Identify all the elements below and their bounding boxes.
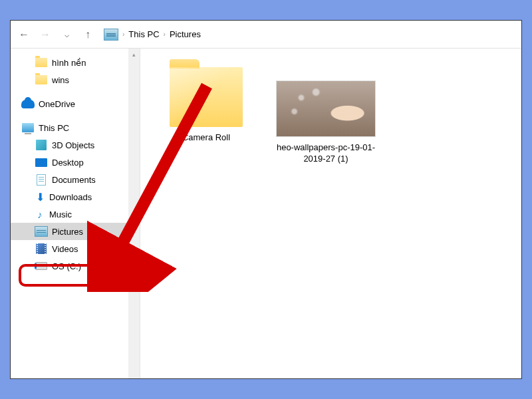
- sidebar-item-music[interactable]: ♪ Music: [11, 205, 140, 223]
- sidebar-item-videos[interactable]: Videos: [11, 240, 140, 257]
- image-item[interactable]: heo-wallpapers-pc-19-01-2019-27 (1): [276, 62, 376, 165]
- breadcrumb[interactable]: › This PC › Pictures: [101, 29, 201, 41]
- sidebar-item-label: Music: [49, 209, 72, 219]
- sidebar-item-3d-objects[interactable]: 3D Objects: [11, 136, 140, 154]
- sidebar-item-documents[interactable]: Documents: [11, 171, 140, 188]
- sidebar-item-folder[interactable]: wins: [11, 71, 140, 88]
- sidebar-item-label: hình nền: [52, 58, 86, 68]
- sidebar-scrollbar[interactable]: ▴: [128, 49, 140, 378]
- pc-icon: [21, 121, 35, 134]
- 3d-objects-icon: [35, 138, 48, 152]
- sidebar-item-downloads[interactable]: ⬇ Downloads: [11, 188, 140, 205]
- breadcrumb-item[interactable]: Pictures: [170, 29, 201, 39]
- sidebar-item-label: OneDrive: [39, 99, 75, 109]
- documents-icon: [35, 173, 48, 186]
- pictures-icon: [104, 29, 118, 41]
- sidebar-item-label: OS (C:): [52, 261, 81, 271]
- sidebar-item-label: 3D Objects: [52, 140, 94, 150]
- folder-icon: [35, 56, 48, 69]
- chevron-right-icon: ›: [122, 31, 124, 38]
- sidebar-item-desktop[interactable]: Desktop: [11, 154, 140, 171]
- content-pane[interactable]: Camera Roll heo-wallpapers-pc-19-01-2019…: [140, 49, 521, 378]
- image-thumbnail: [276, 80, 376, 137]
- file-explorer-window: ← → ⌵ ↑ › This PC › Pictures hình nền wi…: [10, 20, 522, 379]
- music-icon: ♪: [35, 209, 45, 219]
- recent-dropdown[interactable]: ⌵: [59, 27, 74, 43]
- folder-icon: [170, 67, 243, 127]
- breadcrumb-item[interactable]: This PC: [128, 29, 159, 39]
- sidebar-item-label: wins: [52, 75, 69, 85]
- file-label: heo-wallpapers-pc-19-01-2019-27 (1): [276, 142, 376, 165]
- navigation-pane: hình nền wins OneDrive This PC 3D Object…: [11, 49, 140, 378]
- chevron-right-icon: ›: [164, 31, 166, 38]
- sidebar-item-label: Pictures: [52, 227, 83, 237]
- scroll-up-icon[interactable]: ▴: [128, 49, 140, 60]
- sidebar-item-pictures[interactable]: Pictures: [11, 223, 140, 240]
- up-button[interactable]: ↑: [80, 27, 96, 43]
- desktop-icon: [35, 156, 48, 169]
- folder-icon: [35, 73, 48, 86]
- back-button[interactable]: ←: [16, 27, 32, 43]
- file-label: Camera Roll: [182, 132, 230, 144]
- sidebar-item-onedrive[interactable]: OneDrive: [11, 95, 140, 112]
- sidebar-item-label: Downloads: [49, 192, 92, 202]
- sidebar-item-thispc[interactable]: This PC: [11, 119, 140, 136]
- sidebar-item-label: Videos: [52, 244, 78, 254]
- sidebar-item-drive-c[interactable]: OS (C:): [11, 257, 140, 275]
- folder-item[interactable]: Camera Roll: [156, 62, 256, 144]
- videos-icon: [35, 242, 48, 255]
- sidebar-item-label: Documents: [52, 175, 96, 185]
- drive-icon: [35, 259, 48, 273]
- pictures-icon: [35, 225, 48, 238]
- onedrive-icon: [21, 97, 35, 110]
- forward-button[interactable]: →: [37, 27, 53, 43]
- sidebar-item-label: This PC: [39, 123, 69, 133]
- sidebar-item-label: Desktop: [52, 158, 84, 168]
- address-bar: ← → ⌵ ↑ › This PC › Pictures: [11, 21, 521, 49]
- sidebar-item-folder[interactable]: hình nền: [11, 54, 140, 71]
- downloads-icon: ⬇: [35, 192, 45, 202]
